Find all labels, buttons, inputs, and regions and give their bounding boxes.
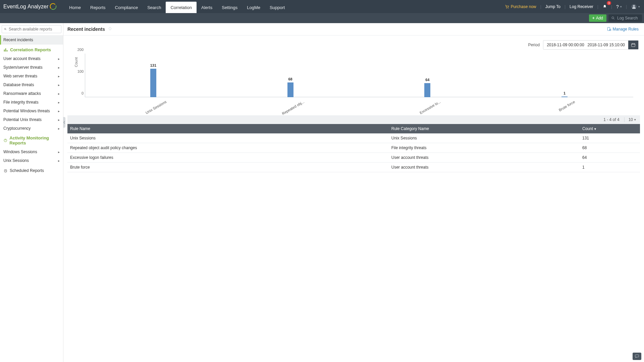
sidebar-search-input[interactable] xyxy=(9,27,59,32)
chart-x-label: Brute force xyxy=(496,97,633,107)
sidebar-item-scheduled-reports[interactable]: Scheduled Reports xyxy=(0,165,63,176)
sidebar-item-user-account-threats[interactable]: User account threats▸ xyxy=(0,54,63,63)
manage-rules-link[interactable]: Manage Rules xyxy=(607,27,639,32)
page-title: Recent incidents xyxy=(67,26,105,32)
cart-icon xyxy=(505,4,509,9)
chart-bar-value: 64 xyxy=(425,78,429,82)
sidebar-item-label: Ransomware attacks xyxy=(3,91,41,96)
chart-x-labels: Unix SessionsRepeated obj...Excessive lo… xyxy=(85,97,633,107)
chevron-right-icon: ▸ xyxy=(58,66,60,69)
table-row[interactable]: Repeated object audit policy changesFile… xyxy=(67,143,640,153)
jump-to-link[interactable]: Jump To xyxy=(543,2,562,11)
power-icon xyxy=(3,138,7,143)
sidebar-item-database-threats[interactable]: Database threats▸ xyxy=(0,80,63,89)
nav-correlation[interactable]: Correlation xyxy=(166,2,197,13)
brand-logo: EventLog Analyzer xyxy=(0,0,62,13)
sidebar-heading-label: Correlation Reports xyxy=(10,47,51,52)
calendar-button[interactable] xyxy=(628,41,638,49)
chevron-right-icon: ▸ xyxy=(58,92,60,96)
chart-bar[interactable]: 64 xyxy=(424,83,430,97)
nav-reports[interactable]: Reports xyxy=(86,2,110,13)
chart-x-label-text: Brute force xyxy=(558,100,576,112)
bell-icon xyxy=(602,4,607,9)
chevron-right-icon: ▸ xyxy=(58,159,60,163)
svg-rect-13 xyxy=(632,44,635,47)
top-utility-bar: Purchase now | Jump To | Log Receiver | … xyxy=(503,0,644,13)
cell-count: 131 xyxy=(580,133,640,143)
chevron-right-icon: ▸ xyxy=(58,150,60,154)
sidebar-item-ransomware-attacks[interactable]: Ransomware attacks▸ xyxy=(0,89,63,98)
notifications-button[interactable]: 3 xyxy=(600,2,609,11)
cell-rule-name: Brute force xyxy=(67,163,389,172)
col-count[interactable]: Count▼ xyxy=(580,124,640,133)
sort-desc-icon: ▼ xyxy=(594,127,597,131)
user-menu[interactable]: ▾ xyxy=(629,2,642,12)
chevron-down-icon: ▾ xyxy=(638,5,640,8)
chart-x-label-text: Excessive lo... xyxy=(419,100,441,115)
chart-bar-cell: 64 xyxy=(359,54,496,97)
table-body: Unix SessionsUnix Sessions131Repeated ob… xyxy=(67,133,640,172)
top-bar: EventLog Analyzer HomeReportsComplianceS… xyxy=(0,0,644,13)
svg-point-3 xyxy=(633,5,635,7)
y-tick: 200 xyxy=(75,48,84,52)
chart-bar[interactable]: 68 xyxy=(287,82,293,97)
chart-bar[interactable]: 131 xyxy=(150,69,156,97)
nav-compliance[interactable]: Compliance xyxy=(110,2,143,13)
sidebar-item-label: Scheduled Reports xyxy=(10,168,44,173)
sidebar-item-label: Unix Sessions xyxy=(3,158,29,163)
sidebar-item-potential-unix-threats[interactable]: Potential Unix threats▸ xyxy=(0,115,63,124)
chat-fab[interactable] xyxy=(633,353,641,360)
help-icon: ? xyxy=(616,4,619,9)
sidebar-item-label: Windows Sessions xyxy=(3,149,37,154)
sidebar-item-recent-incidents[interactable]: Recent incidents xyxy=(0,35,63,45)
log-receiver-label: Log Receiver xyxy=(570,4,593,9)
chevron-right-icon: ▸ xyxy=(58,101,60,104)
sidebar-item-unix-sessions[interactable]: Unix Sessions▸ xyxy=(0,156,63,165)
cell-rule-name: Excessive logon failures xyxy=(67,153,389,163)
sidebar-heading-activity-monitoring: Activity Monitoring Reports xyxy=(0,133,63,147)
sidebar-search[interactable] xyxy=(2,25,61,33)
sidebar-item-file-integrity-threats[interactable]: File integrity threats▸ xyxy=(0,98,63,107)
y-axis-label: Count xyxy=(74,57,78,67)
page-size-selector[interactable]: 10 ▾ xyxy=(624,117,636,122)
log-receiver-link[interactable]: Log Receiver xyxy=(568,2,595,11)
sidebar-item-web-server-threats[interactable]: Web server threats▸ xyxy=(0,72,63,80)
lightbulb-icon[interactable] xyxy=(108,27,112,32)
nav-search[interactable]: Search xyxy=(143,2,166,13)
svg-rect-14 xyxy=(635,355,639,357)
nav-logme[interactable]: LogMe xyxy=(242,2,265,13)
chart-x-label-text: Unix Sessions xyxy=(145,100,167,115)
table-row[interactable]: Excessive logon failuresUser account thr… xyxy=(67,153,640,163)
sidebar-collapse-handle[interactable] xyxy=(63,117,65,128)
period-dates[interactable]: 2018-11-09 00:00:00 2018-11-09 15:10:00 xyxy=(543,41,628,49)
sidebar-section-activity: Windows Sessions▸Unix Sessions▸ xyxy=(0,147,63,165)
nav-alerts[interactable]: Alerts xyxy=(197,2,217,13)
chart-x-label: Excessive lo... xyxy=(359,97,496,107)
nav-settings[interactable]: Settings xyxy=(217,2,242,13)
table-row[interactable]: Brute forceUser account threats1 xyxy=(67,163,640,172)
sidebar-item-cryptocurrency[interactable]: Cryptocurrency▸ xyxy=(0,124,63,133)
nav-support[interactable]: Support xyxy=(265,2,290,13)
sidebar-item-potential-windows-threats[interactable]: Potential Windows threats▸ xyxy=(0,107,63,115)
table-row[interactable]: Unix SessionsUnix Sessions131 xyxy=(67,133,640,143)
log-search-button[interactable]: Log Search xyxy=(608,14,642,22)
jump-to-label: Jump To xyxy=(545,4,560,9)
svg-point-0 xyxy=(506,8,507,8)
purchase-link[interactable]: Purchase now xyxy=(503,2,538,11)
cell-rule-category: File integrity threats xyxy=(389,143,580,153)
brand-swoosh-icon xyxy=(50,3,57,10)
svg-rect-6 xyxy=(4,49,5,51)
col-rule-name[interactable]: Rule Name xyxy=(67,124,389,133)
manage-rules-label: Manage Rules xyxy=(613,27,639,32)
sidebar-item-system-server-threats[interactable]: System/server threats▸ xyxy=(0,63,63,72)
incidents-table: Rule Name Rule Category Name Count▼ Unix… xyxy=(67,124,640,172)
add-button[interactable]: + Add xyxy=(589,14,606,22)
separator: | xyxy=(562,4,568,9)
chart-x-label: Repeated obj... xyxy=(222,97,359,107)
col-rule-category[interactable]: Rule Category Name xyxy=(389,124,580,133)
table-header: Rule Name Rule Category Name Count▼ xyxy=(67,124,640,133)
nav-home[interactable]: Home xyxy=(64,2,86,13)
help-menu[interactable]: ? ▾ xyxy=(614,2,624,11)
page-header: Recent incidents Manage Rules xyxy=(63,23,644,36)
sidebar-item-windows-sessions[interactable]: Windows Sessions▸ xyxy=(0,147,63,156)
